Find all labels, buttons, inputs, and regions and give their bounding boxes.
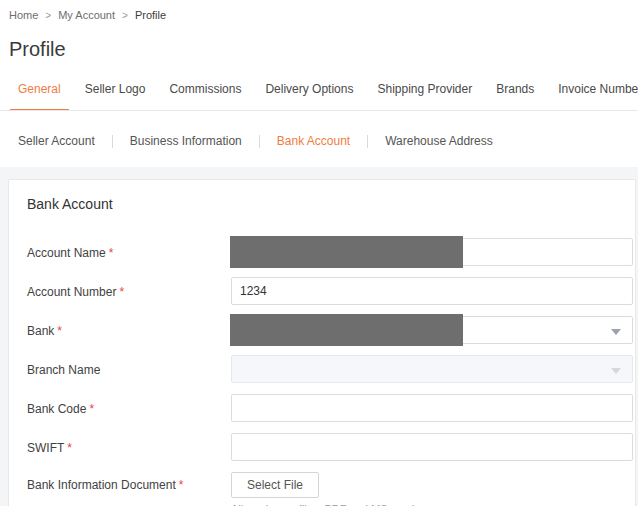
form-row-swift: SWIFT* xyxy=(27,433,635,461)
redaction-overlay xyxy=(230,314,463,346)
section-title: Bank Account xyxy=(27,196,635,212)
form-row-bank: Bank* xyxy=(27,316,635,344)
tab-general[interactable]: General xyxy=(10,82,69,111)
profile-subtabs: Seller Account Business Information Bank… xyxy=(0,134,638,167)
swift-input[interactable] xyxy=(231,433,633,461)
tab-invoice-number[interactable]: Invoice Number xyxy=(550,82,638,111)
chevron-down-icon xyxy=(611,368,621,374)
branch-name-label: Branch Name xyxy=(27,362,231,377)
bank-document-label: Bank Information Document* xyxy=(27,472,231,492)
main-tabs: General Seller Logo Commissions Delivery… xyxy=(0,82,638,111)
bank-code-field-wrap xyxy=(231,394,633,422)
form-row-branch-name: Branch Name xyxy=(27,355,635,383)
bank-code-input[interactable] xyxy=(231,394,633,422)
form-row-bank-document: Bank Information Document* Select File A… xyxy=(27,472,635,506)
required-marker: * xyxy=(67,441,72,455)
bank-account-card: Bank Account Account Name* Account Numbe… xyxy=(8,179,636,506)
form-row-account-name: Account Name* xyxy=(27,238,635,266)
required-marker: * xyxy=(109,246,114,260)
branch-name-field-wrap xyxy=(231,355,633,383)
account-number-field-wrap xyxy=(231,277,633,305)
subtab-business-information[interactable]: Business Information xyxy=(113,134,259,148)
required-marker: * xyxy=(179,478,184,492)
subtab-seller-account[interactable]: Seller Account xyxy=(18,134,112,148)
account-number-label: Account Number* xyxy=(27,284,231,299)
required-marker: * xyxy=(57,324,62,338)
breadcrumb: Home > My Account > Profile xyxy=(0,0,638,21)
breadcrumb-separator: > xyxy=(122,10,128,21)
select-file-button[interactable]: Select File xyxy=(231,472,319,498)
required-marker: * xyxy=(119,285,124,299)
form-row-account-number: Account Number* xyxy=(27,277,635,305)
breadcrumb-separator: > xyxy=(45,10,51,21)
bank-code-label: Bank Code* xyxy=(27,401,231,416)
tab-delivery-options[interactable]: Delivery Options xyxy=(257,82,361,111)
subtab-warehouse-address[interactable]: Warehouse Address xyxy=(368,134,510,148)
chevron-down-icon xyxy=(611,329,621,335)
bank-field-wrap xyxy=(231,316,633,344)
branch-name-select xyxy=(231,355,633,383)
account-name-label: Account Name* xyxy=(27,245,231,260)
swift-field-wrap xyxy=(231,433,633,461)
breadcrumb-home[interactable]: Home xyxy=(9,9,38,21)
tab-commissions[interactable]: Commissions xyxy=(161,82,249,111)
page-title: Profile xyxy=(0,21,638,61)
subtab-bank-account[interactable]: Bank Account xyxy=(260,134,367,148)
content-area: Bank Account Account Name* Account Numbe… xyxy=(0,167,638,506)
required-marker: * xyxy=(89,402,94,416)
profile-page: Home > My Account > Profile Profile Gene… xyxy=(0,0,638,506)
bank-label: Bank* xyxy=(27,323,231,338)
tab-seller-logo[interactable]: Seller Logo xyxy=(77,82,154,111)
bank-document-field-wrap: Select File Allows image files, PDF and … xyxy=(231,472,633,506)
form-row-bank-code: Bank Code* xyxy=(27,394,635,422)
breadcrumb-my-account[interactable]: My Account xyxy=(58,9,115,21)
account-number-input[interactable] xyxy=(231,277,633,305)
tab-brands[interactable]: Brands xyxy=(488,82,542,111)
swift-label: SWIFT* xyxy=(27,440,231,455)
redaction-overlay xyxy=(230,236,463,268)
tab-shipping-provider[interactable]: Shipping Provider xyxy=(369,82,480,111)
account-name-field-wrap xyxy=(231,238,633,266)
breadcrumb-profile: Profile xyxy=(135,9,166,21)
